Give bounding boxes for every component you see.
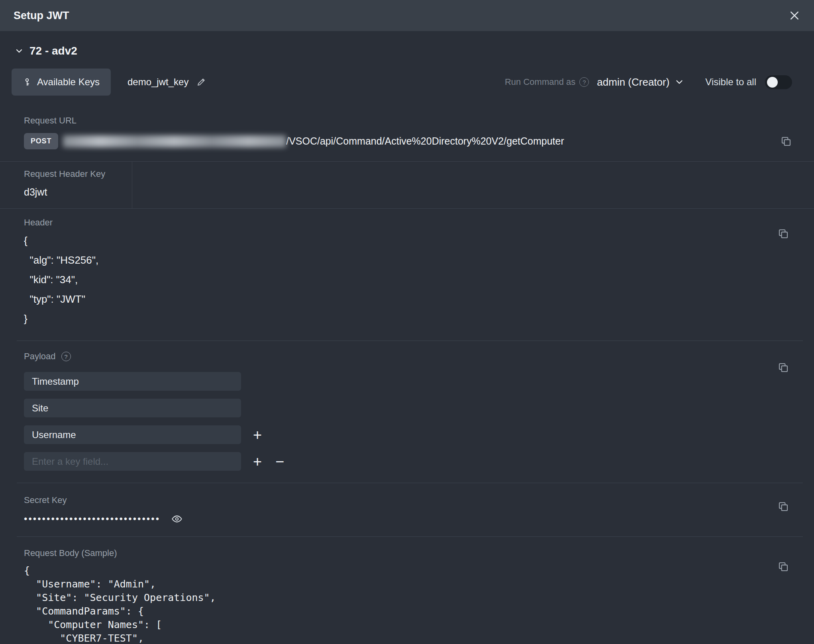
payload-key-row bbox=[24, 399, 792, 417]
new-key-input[interactable] bbox=[24, 452, 241, 471]
copy-secret-button[interactable] bbox=[777, 501, 789, 513]
eye-icon bbox=[171, 513, 182, 525]
chevron-down-icon bbox=[14, 46, 24, 56]
post-method-badge: POST bbox=[24, 133, 58, 149]
run-as-dropdown[interactable]: admin (Creator) bbox=[597, 76, 685, 88]
run-command-as-label: Run Command as bbox=[505, 77, 575, 87]
copy-icon bbox=[777, 228, 789, 240]
jwt-toolbar: Available Keys demo_jwt_key Run Command … bbox=[12, 69, 792, 96]
copy-url-button[interactable] bbox=[780, 135, 792, 147]
request-url-block: Request URL POST /VSOC/api/Command/Activ… bbox=[0, 115, 814, 149]
copy-payload-button[interactable] bbox=[777, 362, 789, 374]
copy-icon bbox=[777, 561, 789, 573]
run-as-help-icon[interactable]: ? bbox=[579, 77, 589, 87]
available-keys-button[interactable]: Available Keys bbox=[12, 69, 111, 96]
copy-icon bbox=[777, 362, 789, 374]
copy-icon bbox=[780, 135, 792, 147]
section-title: 72 - adv2 bbox=[29, 45, 77, 57]
request-header-key-value: d3jwt bbox=[24, 186, 132, 198]
request-body-label: Request Body (Sample) bbox=[24, 548, 792, 558]
payload-key-input[interactable] bbox=[24, 425, 241, 444]
request-header-key-row: Request Header Key d3jwt bbox=[0, 161, 814, 209]
header-json: { "alg": "HS256", "kid": "34", "typ": "J… bbox=[24, 231, 792, 329]
payload-key-row bbox=[24, 372, 792, 391]
plus-icon: + bbox=[253, 427, 262, 443]
pencil-icon bbox=[196, 77, 206, 87]
toggle-knob bbox=[767, 77, 778, 88]
request-body-block: Request Body (Sample) { "Username": "Adm… bbox=[0, 537, 814, 644]
header-block: Header { "alg": "HS256", "kid": "34", "t… bbox=[0, 209, 814, 329]
add-key-button[interactable]: + bbox=[251, 454, 263, 469]
remove-key-button[interactable]: − bbox=[274, 454, 286, 469]
copy-icon bbox=[777, 501, 789, 513]
section-toggle[interactable]: 72 - adv2 bbox=[14, 45, 802, 57]
request-url-row: POST /VSOC/api/Command/Active%20Director… bbox=[24, 133, 792, 149]
secret-key-label: Secret Key bbox=[24, 495, 792, 505]
run-command-as-group: Run Command as ? bbox=[505, 77, 589, 87]
header-label: Header bbox=[24, 217, 792, 228]
key-icon bbox=[23, 78, 31, 86]
payload-help-icon[interactable]: ? bbox=[61, 352, 71, 361]
payload-block: Payload ? + + − bbox=[0, 341, 814, 471]
edit-key-name-button[interactable] bbox=[196, 77, 206, 87]
payload-key-input[interactable] bbox=[24, 372, 241, 391]
add-key-button[interactable]: + bbox=[251, 427, 263, 442]
secret-key-block: Secret Key •••••••••••••••••••••••••••••… bbox=[0, 483, 814, 525]
page-title: Setup JWT bbox=[14, 10, 69, 22]
secret-key-masked: •••••••••••••••••••••••••••••• bbox=[24, 514, 160, 524]
reveal-secret-button[interactable] bbox=[171, 513, 182, 525]
visible-to-all-toggle[interactable] bbox=[765, 75, 792, 89]
payload-key-list: + + − bbox=[24, 372, 792, 471]
visible-to-all-label: Visible to all bbox=[705, 76, 756, 88]
payload-key-input[interactable] bbox=[24, 399, 241, 417]
payload-new-key-row: + − bbox=[24, 452, 792, 471]
minus-icon: − bbox=[275, 453, 284, 470]
request-url-label: Request URL bbox=[24, 115, 792, 126]
copy-body-button[interactable] bbox=[777, 561, 789, 573]
run-as-value: admin (Creator) bbox=[597, 76, 669, 88]
request-header-key-cell: Request Header Key d3jwt bbox=[0, 162, 132, 208]
request-body-json: { "Username": "Admin", "Site": "Security… bbox=[24, 564, 792, 644]
plus-icon: + bbox=[253, 453, 262, 470]
request-header-key-label: Request Header Key bbox=[24, 169, 132, 179]
redacted-url-segment bbox=[63, 135, 286, 147]
payload-label: Payload bbox=[24, 351, 56, 362]
jwt-key-name: demo_jwt_key bbox=[127, 76, 188, 88]
modal-titlebar: Setup JWT bbox=[0, 0, 814, 31]
payload-key-row: + bbox=[24, 425, 792, 444]
jwt-key-name-group: demo_jwt_key bbox=[127, 76, 206, 88]
available-keys-label: Available Keys bbox=[37, 76, 100, 88]
copy-header-button[interactable] bbox=[777, 228, 789, 240]
close-icon bbox=[789, 10, 800, 22]
close-button[interactable] bbox=[789, 10, 800, 22]
request-url-path: /VSOC/api/Command/Active%20Directory%20V… bbox=[286, 135, 564, 147]
chevron-down-icon bbox=[674, 77, 685, 87]
